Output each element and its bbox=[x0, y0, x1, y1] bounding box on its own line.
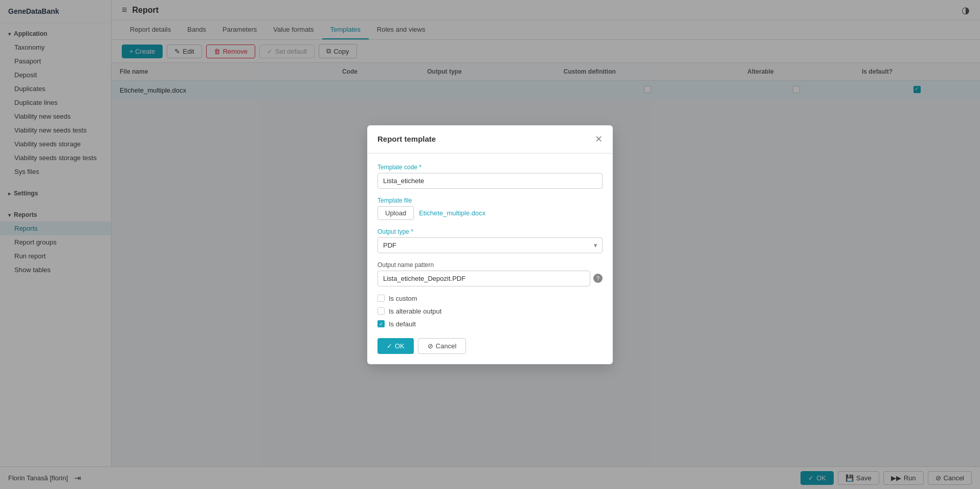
help-icon[interactable]: ? bbox=[593, 274, 603, 283]
output-type-select[interactable]: PDF DOCX XLSX HTML bbox=[377, 237, 603, 253]
template-code-group: Template code * bbox=[377, 164, 603, 189]
output-name-pattern-group: Output name pattern ? bbox=[377, 261, 603, 286]
is-custom-checkbox[interactable] bbox=[377, 295, 385, 302]
template-file-label: Template file bbox=[377, 197, 603, 204]
output-name-pattern-label: Output name pattern bbox=[377, 261, 603, 269]
output-type-select-wrapper: PDF DOCX XLSX HTML ▾ bbox=[377, 237, 603, 253]
modal-close-button[interactable]: ✕ bbox=[595, 134, 603, 145]
template-code-label: Template code * bbox=[377, 164, 603, 171]
is-default-modal-label: Is default bbox=[389, 320, 416, 328]
is-default-row: ✓ Is default bbox=[377, 320, 603, 328]
is-custom-row: Is custom bbox=[377, 295, 603, 302]
modal-footer: ✓ OK ⊘ Cancel bbox=[377, 338, 603, 354]
is-alterable-output-row: Is alterable output bbox=[377, 307, 603, 315]
output-type-group: Output type * PDF DOCX XLSX HTML ▾ bbox=[377, 228, 603, 253]
check-icon-modal-ok: ✓ bbox=[387, 342, 392, 350]
is-default-modal-checkbox[interactable]: ✓ bbox=[377, 320, 385, 327]
template-code-input[interactable] bbox=[377, 173, 603, 189]
output-type-label: Output type * bbox=[377, 228, 603, 235]
template-file-link[interactable]: Etichete_multiple.docx bbox=[419, 209, 485, 217]
modal-header: Report template ✕ bbox=[367, 125, 613, 153]
modal-overlay: Report template ✕ Template code * Templa… bbox=[0, 0, 980, 489]
template-file-group: Template file Upload Etichete_multiple.d… bbox=[377, 197, 603, 220]
output-name-pattern-row: ? bbox=[377, 271, 603, 286]
report-template-modal: Report template ✕ Template code * Templa… bbox=[367, 125, 613, 364]
is-alterable-output-checkbox[interactable] bbox=[377, 307, 385, 315]
modal-cancel-button[interactable]: ⊘ Cancel bbox=[418, 338, 466, 354]
upload-row: Upload Etichete_multiple.docx bbox=[377, 206, 603, 220]
modal-body: Template code * Template file Upload Eti… bbox=[367, 153, 613, 364]
modal-title: Report template bbox=[377, 135, 436, 143]
cancel-icon-modal: ⊘ bbox=[428, 342, 433, 350]
output-name-pattern-input[interactable] bbox=[377, 271, 590, 286]
modal-ok-button[interactable]: ✓ OK bbox=[377, 338, 414, 354]
upload-button[interactable]: Upload bbox=[377, 206, 414, 220]
is-custom-label: Is custom bbox=[389, 295, 417, 302]
is-alterable-output-label: Is alterable output bbox=[389, 307, 441, 315]
